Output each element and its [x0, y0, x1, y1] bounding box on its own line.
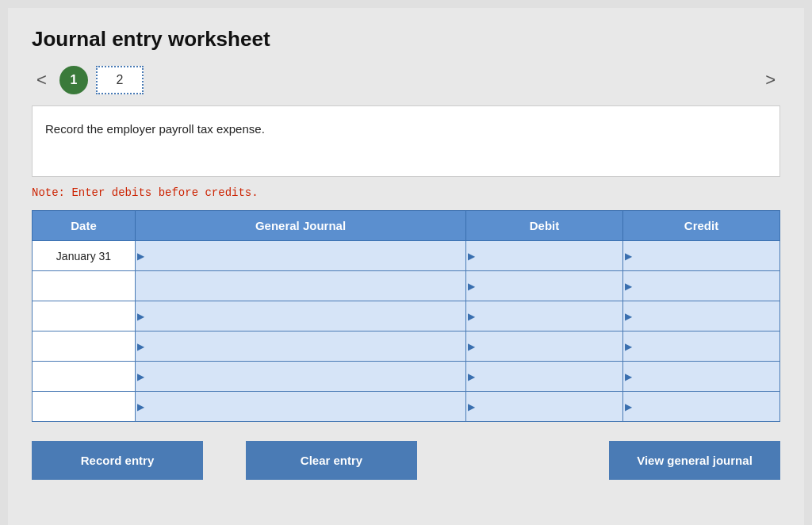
credit-cell-2[interactable]: ▶	[623, 301, 780, 331]
debit-input-5[interactable]	[466, 392, 622, 421]
main-container: Journal entry worksheet < 1 2 > Record t…	[8, 8, 804, 525]
debit-cell-2[interactable]: ▶	[466, 301, 623, 331]
table-row: ▶▶▶	[33, 392, 780, 422]
credit-cell-0[interactable]: ▶	[623, 241, 780, 271]
header-general-journal: General Journal	[136, 211, 466, 241]
journal-cell-5[interactable]: ▶	[136, 392, 466, 422]
table-row: ▶▶▶	[33, 362, 780, 392]
description-box: Record the employer payroll tax expense.	[32, 105, 780, 177]
date-cell-1	[33, 271, 136, 301]
credit-input-1[interactable]	[623, 271, 779, 301]
journal-cell-3[interactable]: ▶	[136, 331, 466, 362]
header-debit: Debit	[466, 211, 623, 241]
debit-input-2[interactable]	[466, 301, 622, 331]
date-cell-0: January 31	[33, 241, 136, 271]
header-date: Date	[33, 211, 136, 241]
journal-input-0[interactable]	[136, 241, 465, 270]
journal-cell-1[interactable]	[136, 271, 466, 301]
debit-cell-1[interactable]: ▶	[466, 271, 623, 301]
credit-input-0[interactable]	[623, 241, 779, 270]
date-cell-4	[33, 362, 136, 392]
step-1-circle[interactable]: 1	[59, 66, 88, 94]
debit-input-0[interactable]	[466, 241, 622, 270]
header-credit: Credit	[623, 211, 780, 241]
journal-input-3[interactable]	[136, 331, 465, 361]
credit-cell-3[interactable]: ▶	[623, 331, 780, 362]
journal-cell-4[interactable]: ▶	[136, 362, 466, 392]
debit-cell-0[interactable]: ▶	[466, 241, 623, 271]
note-text: Note: Enter debits before credits.	[32, 186, 780, 199]
step-2-box[interactable]: 2	[96, 66, 144, 94]
journal-cell-0[interactable]: ▶	[136, 241, 466, 271]
table-row: ▶▶▶	[33, 301, 780, 331]
credit-input-3[interactable]	[623, 331, 779, 361]
credit-cell-5[interactable]: ▶	[623, 392, 780, 422]
debit-cell-3[interactable]: ▶	[466, 331, 623, 362]
date-cell-5	[33, 392, 136, 422]
debit-cell-5[interactable]: ▶	[466, 392, 623, 422]
credit-cell-4[interactable]: ▶	[623, 362, 780, 392]
clear-entry-button[interactable]: Clear entry	[246, 441, 417, 480]
next-arrow[interactable]: >	[760, 68, 780, 92]
debit-input-1[interactable]	[466, 271, 622, 301]
journal-cell-2[interactable]: ▶	[136, 301, 466, 331]
table-row: January 31▶▶▶	[33, 241, 780, 271]
view-general-journal-button[interactable]: View general journal	[609, 441, 780, 480]
debit-cell-4[interactable]: ▶	[466, 362, 623, 392]
journal-table: Date General Journal Debit Credit Januar…	[32, 210, 780, 422]
description-text: Record the employer payroll tax expense.	[45, 122, 265, 136]
journal-input-2[interactable]	[136, 301, 465, 331]
credit-input-4[interactable]	[623, 362, 779, 391]
nav-row: < 1 2 >	[32, 66, 780, 94]
table-row: ▶▶▶	[33, 331, 780, 362]
date-cell-2	[33, 301, 136, 331]
record-entry-button[interactable]: Record entry	[32, 441, 203, 480]
prev-arrow[interactable]: <	[32, 68, 52, 92]
page-title: Journal entry worksheet	[32, 27, 780, 52]
journal-input-1[interactable]	[136, 271, 465, 301]
table-row: ▶▶	[33, 271, 780, 301]
credit-input-2[interactable]	[623, 301, 779, 331]
debit-input-3[interactable]	[466, 331, 622, 361]
debit-input-4[interactable]	[466, 362, 622, 391]
credit-cell-1[interactable]: ▶	[623, 271, 780, 301]
buttons-row: Record entry Clear entry View general jo…	[32, 441, 780, 480]
date-cell-3	[33, 331, 136, 362]
journal-input-5[interactable]	[136, 392, 465, 421]
credit-input-5[interactable]	[623, 392, 779, 421]
journal-input-4[interactable]	[136, 362, 465, 391]
